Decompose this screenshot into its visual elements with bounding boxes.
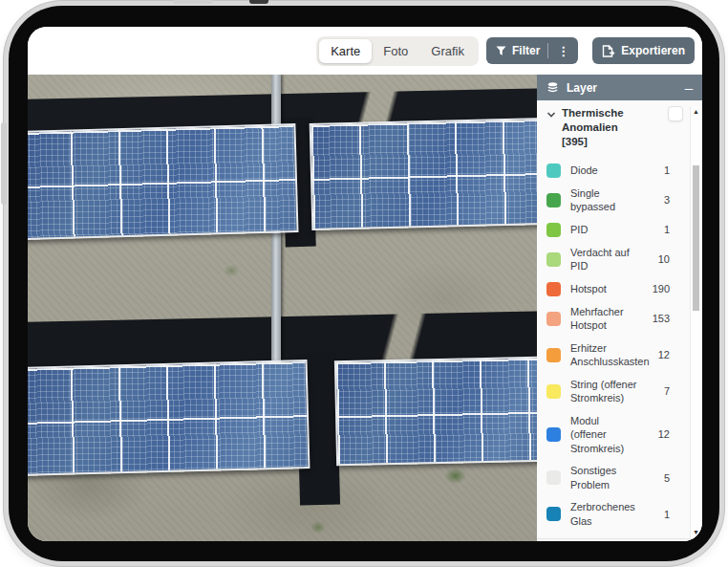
anomaly-color-swatch <box>546 282 561 296</box>
layer-panel-body: Thermische Anomalien [395] Diode 1 Singl… <box>537 100 702 541</box>
main-content: Layer – Thermische Anomalien [395] <box>28 75 702 541</box>
anomaly-label: Erhitzer Anschlusskasten <box>570 341 651 369</box>
thermal-anomalies-checkbox[interactable] <box>668 106 683 121</box>
filter-funnel-icon <box>496 46 506 56</box>
anomaly-list-item[interactable]: Single bypassed 3 <box>546 182 702 218</box>
anomaly-count: 1 <box>664 509 670 520</box>
tab-karte[interactable]: Karte <box>319 39 372 63</box>
layer-panel: Layer – Thermische Anomalien [395] <box>537 75 702 541</box>
thermal-anomalies-section-header[interactable]: Thermische Anomalien [395] <box>546 106 702 149</box>
anomaly-color-swatch <box>546 507 561 521</box>
anomaly-count: 1 <box>664 164 670 176</box>
anomaly-count: 1 <box>664 224 670 235</box>
tablet-camera <box>249 0 268 4</box>
button-divider <box>547 43 548 58</box>
export-icon <box>602 45 615 57</box>
anomaly-color-swatch <box>546 348 561 362</box>
tablet-top-button <box>173 0 213 4</box>
anomaly-color-swatch <box>546 470 561 485</box>
anomaly-list-item[interactable]: Verdacht auf PID 10 <box>546 241 702 277</box>
anomaly-count: 5 <box>664 472 670 484</box>
layer-panel-header[interactable]: Layer – <box>537 75 702 100</box>
solar-array-bottom-left <box>28 360 310 476</box>
page-background: KarteFotoGrafik Filter ⋮ Exportier <box>0 0 728 567</box>
anomaly-count: 7 <box>664 385 670 397</box>
scroll-up-icon[interactable]: ▲ <box>691 108 701 116</box>
anomaly-label: Diode <box>570 164 651 178</box>
anomaly-list-item[interactable]: Diode 1 <box>546 159 702 182</box>
anomaly-list: Diode 1 Single bypassed 3 PID 1 Verdacht… <box>546 159 702 533</box>
anomaly-count: 153 <box>653 313 670 324</box>
chevron-down-icon <box>546 110 556 120</box>
layer-panel-title: Layer <box>567 81 597 95</box>
anomaly-count: 10 <box>658 253 670 265</box>
tablet-frame: KarteFotoGrafik Filter ⋮ Exportier <box>9 6 719 561</box>
export-button-label: Exportieren <box>621 44 685 57</box>
aerial-map[interactable] <box>28 75 537 541</box>
solar-array-bottom-right <box>334 357 537 467</box>
anomaly-count: 12 <box>658 428 670 440</box>
anomaly-label: Single bypassed <box>570 186 651 214</box>
thermal-anomalies-title: Thermische Anomalien [395] <box>562 106 668 149</box>
anomaly-label: Hotspot <box>570 282 651 296</box>
anomaly-list-item[interactable]: Hotspot 190 <box>546 277 702 300</box>
filter-button[interactable]: Filter ⋮ <box>486 37 578 64</box>
anomaly-list-item[interactable]: Modul (offener Stromkreis) 12 <box>546 409 702 460</box>
export-button[interactable]: Exportieren <box>592 37 695 64</box>
anomaly-label: Modul (offener Stromkreis) <box>570 414 651 456</box>
solar-array-top-left <box>28 123 299 240</box>
toolbar: KarteFotoGrafik Filter ⋮ Exportier <box>28 27 702 75</box>
solar-array-top-right <box>310 118 537 230</box>
anomaly-list-item[interactable]: Sonstiges Problem 5 <box>546 460 702 496</box>
filter-button-label: Filter <box>512 44 540 57</box>
sidebar-scrollbar[interactable]: ▲ ▼ <box>690 106 701 538</box>
layers-icon <box>546 81 559 94</box>
regions-section-header[interactable]: Standortregionen <box>546 539 702 542</box>
anomaly-label: Sonstiges Problem <box>570 464 651 491</box>
anomaly-list-item[interactable]: Erhitzer Anschlusskasten 12 <box>546 337 702 373</box>
anomaly-list-item[interactable]: String (offener Stromkreis) 7 <box>546 373 702 409</box>
anomaly-label: String (offener Stromkreis) <box>570 378 651 405</box>
scrollbar-thumb[interactable] <box>693 165 699 311</box>
anomaly-color-swatch <box>546 252 561 267</box>
anomaly-label: Zerbrochenes Glas <box>570 500 651 528</box>
anomaly-color-swatch <box>546 223 561 237</box>
anomaly-list-item[interactable]: Zerbrochenes Glas 1 <box>546 496 702 533</box>
anomaly-color-swatch <box>546 193 561 207</box>
anomaly-list-item[interactable]: PID 1 <box>546 218 702 241</box>
view-switcher: KarteFotoGrafik <box>316 36 479 66</box>
more-options-icon[interactable]: ⋮ <box>553 45 573 57</box>
anomaly-list-item[interactable]: Mehrfacher Hotspot 153 <box>546 300 702 337</box>
anomaly-count: 12 <box>658 349 670 360</box>
tab-grafik[interactable]: Grafik <box>419 39 476 63</box>
tablet-side-button <box>1 122 7 205</box>
anomaly-color-swatch <box>546 164 561 178</box>
tab-foto[interactable]: Foto <box>372 39 419 63</box>
anomaly-label: Verdacht auf PID <box>570 246 651 273</box>
collapse-panel-button[interactable]: – <box>685 80 693 95</box>
thermal-anomalies-count: [395] <box>562 135 668 149</box>
anomaly-color-swatch <box>546 427 561 442</box>
scroll-down-icon[interactable]: ▼ <box>691 529 701 536</box>
anomaly-color-swatch <box>546 312 561 326</box>
anomaly-count: 3 <box>664 194 670 206</box>
anomaly-count: 190 <box>653 283 670 294</box>
app-screen: KarteFotoGrafik Filter ⋮ Exportier <box>28 27 702 541</box>
anomaly-color-swatch <box>546 384 561 399</box>
anomaly-label: Mehrfacher Hotspot <box>570 305 651 333</box>
anomaly-label: PID <box>570 223 651 237</box>
